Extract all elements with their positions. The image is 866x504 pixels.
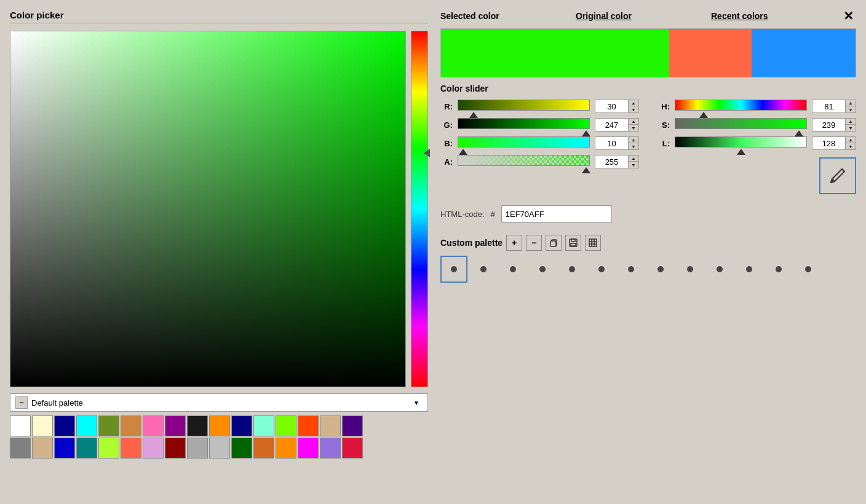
color-swatch[interactable] [253,415,274,436]
custom-palette-remove-button[interactable]: − [526,235,542,251]
r-spin-up[interactable]: ▲ [629,100,638,106]
custom-palette-slot-11[interactable] [736,256,763,283]
r-slider-track[interactable] [458,100,590,111]
custom-palette-grid-button[interactable] [585,235,601,251]
s-spin-up[interactable]: ▲ [846,119,856,125]
l-spin-up[interactable]: ▲ [846,137,856,143]
color-swatch[interactable] [32,415,53,436]
color-swatch[interactable] [10,415,31,436]
color-swatch[interactable] [276,438,296,459]
custom-palette-slot-2[interactable] [470,256,497,283]
color-swatch[interactable] [54,438,75,459]
s-slider-track[interactable] [675,118,807,129]
color-swatch[interactable] [143,415,164,436]
custom-palette-slot-5[interactable] [558,256,586,283]
svg-rect-3 [571,243,576,246]
custom-palette-slot-10[interactable] [706,256,733,283]
palette-minus-button[interactable]: − [15,396,28,409]
l-spin-down[interactable]: ▼ [846,143,856,149]
hue-bar[interactable] [411,31,428,387]
custom-palette-slot-13[interactable] [795,256,822,283]
custom-palette-slot-6[interactable] [588,256,615,283]
r-spin-down[interactable]: ▼ [629,106,638,112]
color-swatch[interactable] [342,415,363,436]
color-swatch[interactable] [209,415,230,436]
g-value-group: ▲ ▼ [595,118,639,132]
color-swatch[interactable] [98,438,119,459]
s-spin-down[interactable]: ▼ [846,125,856,131]
close-button[interactable]: ✕ [841,10,856,22]
original-color-preview[interactable] [669,29,752,77]
r-slider-thumb[interactable] [469,112,478,118]
custom-palette-slot-1[interactable] [440,256,467,283]
html-code-input[interactable] [501,205,612,222]
custom-palette-slot-8[interactable] [647,256,674,283]
color-swatch[interactable] [10,438,31,459]
left-panel: Color picker − Default palette ▼ [10,10,428,494]
custom-palette-slot-3[interactable] [499,256,526,283]
color-swatch[interactable] [76,438,97,459]
s-slider-thumb[interactable] [795,130,803,136]
a-spin-up[interactable]: ▲ [629,156,638,162]
h-spin-up[interactable]: ▲ [846,100,856,106]
h-slider-track[interactable] [675,100,807,111]
color-swatch[interactable] [165,415,186,436]
g-value-input[interactable] [595,118,629,132]
b-slider-thumb[interactable] [459,149,467,155]
color-swatch[interactable] [54,415,75,436]
color-swatch[interactable] [143,438,164,459]
g-spin-up[interactable]: ▲ [629,119,638,125]
a-spin-down[interactable]: ▼ [629,162,638,168]
custom-palette-copy-button[interactable] [546,235,562,251]
g-slider-track[interactable] [458,118,590,129]
color-swatch[interactable] [209,438,230,459]
b-value-input[interactable] [595,136,629,150]
color-swatch[interactable] [298,438,319,459]
color-swatch[interactable] [165,438,186,459]
l-slider-track[interactable] [675,136,807,148]
custom-palette-slot-4[interactable] [529,256,556,283]
b-spin-down[interactable]: ▼ [629,143,638,149]
r-value-input[interactable] [595,100,629,113]
g-spin-down[interactable]: ▼ [629,125,638,131]
color-swatch[interactable] [342,438,363,459]
custom-palette-slot-9[interactable] [677,256,704,283]
gradient-canvas[interactable] [10,31,406,387]
l-slider-thumb[interactable] [737,149,745,155]
g-slider-thumb[interactable] [582,130,590,136]
custom-palette-slot-7[interactable] [618,256,645,283]
color-swatch[interactable] [76,415,97,436]
h-slider-thumb[interactable] [699,112,708,118]
custom-palette-add-button[interactable]: + [506,235,522,251]
color-swatch[interactable] [187,415,208,436]
color-swatch[interactable] [121,415,141,436]
color-swatch[interactable] [320,415,341,436]
color-swatch[interactable] [187,438,208,459]
color-swatch[interactable] [231,438,252,459]
color-row-2 [10,438,428,459]
color-swatch[interactable] [276,415,296,436]
h-value-input[interactable] [812,100,846,113]
selected-color-preview[interactable] [441,29,669,77]
color-swatch[interactable] [231,415,252,436]
custom-palette-save-button[interactable] [565,235,581,251]
a-slider-track[interactable] [458,155,590,166]
color-swatch[interactable] [298,415,319,436]
a-slider-thumb[interactable] [582,167,590,173]
s-value-input[interactable] [812,118,846,132]
color-swatch[interactable] [98,415,119,436]
edit-color-button[interactable] [819,157,856,194]
color-swatch[interactable] [32,438,53,459]
h-spin-down[interactable]: ▼ [846,106,856,112]
color-swatch[interactable] [320,438,341,459]
a-value-input[interactable] [595,155,629,168]
palette-dropdown-button[interactable]: ▼ [410,396,423,409]
color-swatch[interactable] [253,438,274,459]
b-spin-up[interactable]: ▲ [629,137,638,143]
l-value-input[interactable] [812,136,846,150]
b-slider-track[interactable] [458,136,590,148]
color-swatch[interactable] [121,438,141,459]
h-label: H: [657,102,670,111]
custom-palette-slot-12[interactable] [765,256,792,283]
recent-color-preview[interactable] [752,29,856,77]
